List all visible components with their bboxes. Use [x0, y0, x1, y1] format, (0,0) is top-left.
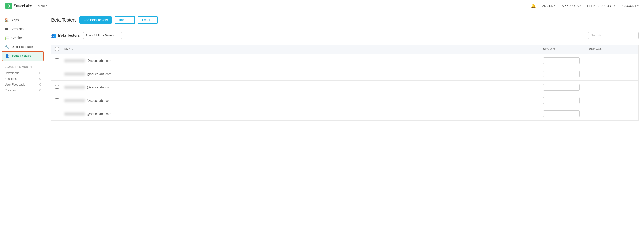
- add-beta-testers-button[interactable]: Add Beta Testers: [80, 16, 112, 24]
- sidebar-item-apps[interactable]: 🏠 Apps: [0, 16, 46, 25]
- row-4-email-cell: @saucelabs.com: [64, 99, 543, 102]
- row-1-email-blur: [64, 59, 85, 62]
- row-4-groups-cell: [543, 97, 589, 104]
- help-support-nav[interactable]: HELP & SUPPORT ▾: [587, 4, 615, 8]
- account-chevron-icon: ▾: [637, 4, 638, 7]
- row-5-group-input[interactable]: [543, 110, 580, 117]
- crashes-icon: 📊: [4, 36, 9, 40]
- row-1-groups-cell: [543, 57, 589, 64]
- sidebar-nav: 🏠 Apps 🖥 Sessions 📊 Crashes 🔧 User Feedb…: [0, 16, 46, 61]
- users-icon: 👥: [51, 33, 56, 38]
- row-2-email-suffix: @saucelabs.com: [87, 72, 112, 76]
- sidebar-item-user-feedback-label: User Feedback: [12, 45, 33, 49]
- row-2-checkbox[interactable]: [55, 72, 59, 75]
- row-2-groups-cell: [543, 71, 589, 77]
- usage-downloads: Downloads 0: [0, 70, 46, 76]
- page-header: Beta Testers Add Beta Testers Import.. E…: [46, 12, 644, 28]
- sidebar-item-sessions-label: Sessions: [10, 27, 24, 31]
- row-3-email-blur: [64, 86, 85, 89]
- row-2-email-blur: [64, 72, 85, 76]
- sidebar-item-apps-label: Apps: [12, 18, 19, 22]
- import-button[interactable]: Import..: [115, 16, 134, 24]
- row-checkbox-cell: [55, 112, 64, 116]
- table-header-devices: DEVICES: [589, 47, 634, 52]
- usage-crashes: Crashes 0: [0, 87, 46, 93]
- beta-testers-table: EMAIL GROUPS DEVICES @saucelabs.com: [46, 45, 644, 121]
- row-4-email-blur: [64, 99, 85, 102]
- sidebar: 🏠 Apps 🖥 Sessions 📊 Crashes 🔧 User Feedb…: [0, 12, 46, 232]
- beta-testers-section-label: 👥 Beta Testers: [51, 33, 80, 38]
- table-row: @saucelabs.com: [51, 67, 638, 81]
- row-5-checkbox[interactable]: [55, 112, 59, 115]
- sidebar-item-user-feedback[interactable]: 🔧 User Feedback: [0, 42, 46, 51]
- row-checkbox-cell: [55, 85, 64, 89]
- row-checkbox-cell: [55, 58, 64, 63]
- sessions-icon: 🖥: [4, 27, 8, 31]
- usage-downloads-label: Downloads: [4, 71, 19, 75]
- row-3-checkbox[interactable]: [55, 85, 59, 89]
- app-upload-nav[interactable]: APP UPLOAD: [562, 4, 581, 8]
- usage-user-feedback-label: User Feedback: [4, 83, 25, 86]
- row-checkbox-cell: [55, 72, 64, 76]
- row-5-email-cell: @saucelabs.com: [64, 112, 543, 116]
- product-label: Mobile: [38, 4, 47, 8]
- table-header-email: EMAIL: [64, 47, 543, 52]
- usage-crashes-count: 0: [39, 88, 41, 92]
- row-1-email-suffix: @saucelabs.com: [87, 59, 112, 63]
- beta-testers-label-text: Beta Testers: [58, 34, 80, 38]
- sidebar-item-sessions[interactable]: 🖥 Sessions: [0, 25, 46, 33]
- row-3-email-suffix: @saucelabs.com: [87, 85, 112, 89]
- usage-sessions-count: 0: [39, 77, 41, 80]
- main-layout: 🏠 Apps 🖥 Sessions 📊 Crashes 🔧 User Feedb…: [0, 12, 644, 232]
- logo-text: SauceLabs: [14, 4, 32, 8]
- table-row: @saucelabs.com: [51, 107, 638, 121]
- row-5-groups-cell: [543, 110, 589, 117]
- filter-bar: 👥 Beta Testers Show All Beta Testers Act…: [46, 28, 644, 43]
- select-all-checkbox[interactable]: [55, 47, 59, 51]
- header-left: SauceLabs Mobile: [6, 3, 47, 9]
- row-4-checkbox[interactable]: [55, 98, 59, 102]
- row-3-group-input[interactable]: [543, 84, 580, 90]
- header-right: 🔔 ADD SDK APP UPLOAD HELP & SUPPORT ▾ AC…: [531, 4, 638, 9]
- sidebar-item-crashes[interactable]: 📊 Crashes: [0, 33, 46, 42]
- row-checkbox-cell: [55, 98, 64, 103]
- sidebar-item-crashes-label: Crashes: [12, 36, 23, 40]
- table-header-row: EMAIL GROUPS DEVICES: [51, 45, 638, 54]
- usage-user-feedback: User Feedback 0: [0, 82, 46, 87]
- user-feedback-icon: 🔧: [4, 45, 9, 49]
- saucelabs-logo-icon: [6, 3, 12, 9]
- row-2-email-cell: @saucelabs.com: [64, 72, 543, 76]
- table-row: @saucelabs.com: [51, 94, 638, 107]
- search-input[interactable]: [588, 32, 638, 39]
- row-3-email-cell: @saucelabs.com: [64, 85, 543, 89]
- table-row: @saucelabs.com: [51, 54, 638, 67]
- table-row: @saucelabs.com: [51, 81, 638, 94]
- row-5-email-suffix: @saucelabs.com: [87, 112, 112, 116]
- logo: SauceLabs: [6, 3, 32, 9]
- filter-left: 👥 Beta Testers Show All Beta Testers Act…: [51, 32, 122, 39]
- usage-user-feedback-count: 0: [39, 83, 41, 86]
- row-1-group-input[interactable]: [543, 57, 580, 64]
- sidebar-item-beta-testers-label: Beta Testers: [12, 54, 31, 58]
- usage-downloads-count: 0: [39, 71, 41, 75]
- usage-sessions-label: Sessions: [4, 77, 17, 80]
- app-header: SauceLabs Mobile 🔔 ADD SDK APP UPLOAD HE…: [0, 0, 644, 12]
- row-2-group-input[interactable]: [543, 71, 580, 77]
- row-4-email-suffix: @saucelabs.com: [87, 99, 112, 102]
- sidebar-item-beta-testers[interactable]: 👤 Beta Testers: [2, 51, 44, 61]
- row-1-email-cell: @saucelabs.com: [64, 59, 543, 63]
- row-4-group-input[interactable]: [543, 97, 580, 104]
- export-button[interactable]: Export..: [138, 16, 158, 24]
- row-5-email-blur: [64, 112, 85, 115]
- add-sdk-nav[interactable]: ADD SDK: [542, 4, 556, 8]
- header-divider: [35, 4, 35, 8]
- usage-section-title: USAGE THIS MONTH: [0, 61, 46, 70]
- beta-testers-filter-select[interactable]: Show All Beta Testers Active Beta Tester…: [83, 32, 122, 39]
- notifications-bell-icon[interactable]: 🔔: [531, 4, 536, 9]
- row-1-checkbox[interactable]: [55, 58, 59, 62]
- help-support-chevron-icon: ▾: [614, 4, 615, 7]
- account-nav[interactable]: ACCOUNT ▾: [622, 4, 638, 8]
- usage-crashes-label: Crashes: [4, 88, 16, 92]
- beta-testers-icon: 👤: [5, 54, 10, 58]
- home-icon: 🏠: [4, 18, 9, 22]
